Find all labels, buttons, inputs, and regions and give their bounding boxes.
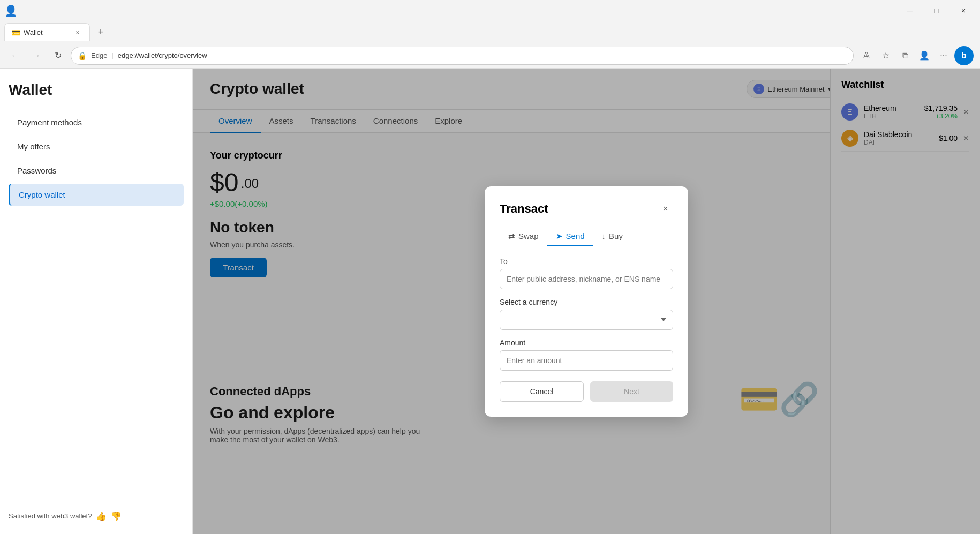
- modal-actions: Cancel Next: [500, 381, 673, 402]
- sidebar-nav: Wallet Payment methods My offers Passwor…: [9, 81, 184, 494]
- amount-field-group: Amount: [500, 339, 673, 371]
- nav-actions: 𝔸 ☆ ⧉ 👤 ··· b: [858, 46, 974, 65]
- title-bar-left: 👤: [4, 4, 18, 17]
- modal-tabs: ⇄ Swap ➤ Send ↓ Buy: [500, 227, 673, 246]
- modal-close-button[interactable]: ×: [658, 201, 673, 216]
- more-button[interactable]: ···: [935, 47, 952, 64]
- sidebar: Wallet Payment methods My offers Passwor…: [0, 69, 193, 534]
- sidebar-wrapper: Wallet Payment methods My offers Passwor…: [9, 81, 184, 521]
- content-area: Crypto wallet Ξ Ethereum Mainnet ▾ 0x...…: [193, 69, 980, 534]
- nav-bar: ← → ↻ 🔒 Edge | edge://wallet/crypto/over…: [0, 43, 980, 69]
- currency-label: Select a currency: [500, 298, 673, 306]
- send-label: Send: [566, 231, 585, 240]
- modal-header: Transact ×: [500, 201, 673, 216]
- currency-field-group: Select a currency: [500, 298, 673, 330]
- currency-select[interactable]: [500, 310, 673, 330]
- browser-chrome: 👤 ─ □ × 💳 Wallet × + ← → ↻ 🔒 Edge | edge…: [0, 0, 980, 69]
- lock-icon: 🔒: [78, 51, 87, 60]
- sidebar-bottom: Satisfied with web3 wallet? 👍 👎: [9, 502, 184, 521]
- sidebar-feedback: Satisfied with web3 wallet? 👍 👎: [9, 502, 184, 521]
- browser-label: Edge: [91, 51, 107, 59]
- amount-input[interactable]: [500, 350, 673, 371]
- maximize-button[interactable]: □: [924, 2, 949, 19]
- tab-title: Wallet: [24, 28, 43, 36]
- thumbdown-icon[interactable]: 👎: [111, 511, 122, 521]
- tab-bar: 💳 Wallet × +: [0, 21, 980, 43]
- refresh-button[interactable]: ↻: [49, 47, 66, 64]
- minimize-button[interactable]: ─: [898, 2, 922, 19]
- back-button[interactable]: ←: [6, 47, 24, 64]
- to-label: To: [500, 257, 673, 266]
- tab-close-button[interactable]: ×: [72, 27, 83, 38]
- thumbup-icon[interactable]: 👍: [96, 511, 107, 521]
- modal-tab-send[interactable]: ➤ Send: [547, 227, 593, 246]
- main-area: Wallet Payment methods My offers Passwor…: [0, 69, 980, 534]
- buy-label: Buy: [609, 231, 623, 240]
- favorites-star-button[interactable]: ☆: [877, 47, 894, 64]
- sidebar-title: Wallet: [9, 81, 184, 99]
- address-bar[interactable]: 🔒 Edge | edge://wallet/crypto/overview: [71, 47, 854, 65]
- sidebar-item-my-offers[interactable]: My offers: [9, 136, 184, 157]
- tab-favicon: 💳: [11, 28, 20, 37]
- swap-label: Swap: [518, 231, 539, 240]
- modal-backdrop: Transact × ⇄ Swap ➤ Send ↓ Buy: [193, 69, 980, 534]
- forward-button[interactable]: →: [28, 47, 45, 64]
- reader-mode-button[interactable]: 𝔸: [858, 47, 875, 64]
- modal-title: Transact: [500, 202, 548, 216]
- modal-tab-buy[interactable]: ↓ Buy: [593, 227, 631, 246]
- sidebar-item-crypto-wallet[interactable]: Crypto wallet: [9, 184, 184, 206]
- wallet-tab[interactable]: 💳 Wallet ×: [4, 23, 90, 41]
- window-controls: ─ □ ×: [898, 2, 976, 19]
- swap-icon: ⇄: [508, 231, 515, 241]
- modal-tab-swap[interactable]: ⇄ Swap: [500, 227, 547, 246]
- to-field-group: To: [500, 257, 673, 289]
- profile-icon[interactable]: 👤: [4, 4, 18, 17]
- sidebar-item-passwords[interactable]: Passwords: [9, 160, 184, 182]
- amount-label: Amount: [500, 339, 673, 347]
- new-tab-button[interactable]: +: [92, 24, 109, 41]
- to-input[interactable]: [500, 269, 673, 289]
- sidebar-item-payment-methods[interactable]: Payment methods: [9, 111, 184, 133]
- bing-button[interactable]: b: [954, 46, 974, 65]
- profile-button[interactable]: 👤: [916, 47, 933, 64]
- title-bar: 👤 ─ □ ×: [0, 0, 980, 21]
- url-text: edge://wallet/crypto/overview: [118, 51, 207, 59]
- address-separator: |: [111, 51, 113, 59]
- collections-button[interactable]: ⧉: [896, 47, 914, 64]
- send-icon: ➤: [556, 231, 563, 241]
- next-button: Next: [590, 381, 673, 402]
- feedback-text: Satisfied with web3 wallet?: [9, 512, 92, 520]
- close-button[interactable]: ×: [951, 2, 976, 19]
- buy-icon: ↓: [602, 231, 606, 240]
- transact-modal: Transact × ⇄ Swap ➤ Send ↓ Buy: [485, 186, 688, 417]
- cancel-button[interactable]: Cancel: [500, 381, 584, 402]
